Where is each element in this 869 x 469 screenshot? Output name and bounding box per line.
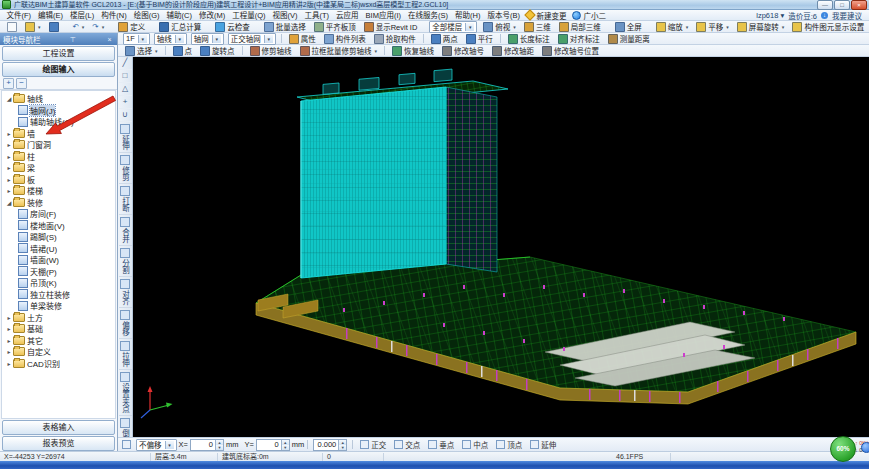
- view-5-button[interactable]: 平移▾: [692, 21, 733, 33]
- expanded-icon[interactable]: ◢: [5, 95, 13, 102]
- side-tool-合并[interactable]: 合并: [119, 215, 132, 246]
- side-tool-延伸[interactable]: 延伸: [119, 122, 132, 153]
- menu-item[interactable]: 修改(M): [195, 10, 228, 21]
- tree-item[interactable]: 墙裙(U): [2, 243, 115, 255]
- speed-ball-widget[interactable]: 60% ↑ 0K/s ↓ 0.1K/s: [830, 434, 869, 464]
- tree-folder[interactable]: ▸墙: [2, 128, 115, 140]
- tool-2-button[interactable]: 云检查: [211, 21, 254, 33]
- axis-6-button[interactable]: 修改轴号: [438, 45, 488, 57]
- ctx-3-button[interactable]: 两点: [427, 33, 462, 45]
- undo-button[interactable]: ↶▾: [69, 21, 89, 33]
- open-button[interactable]: ▾: [21, 21, 45, 33]
- side-tool-修剪[interactable]: 修剪: [119, 153, 132, 184]
- grid-snap-icon[interactable]: [122, 440, 131, 449]
- tab-project-settings[interactable]: 工程设置: [2, 46, 115, 61]
- drawing-canvas[interactable]: [133, 57, 869, 437]
- view-6-button[interactable]: 屏幕旋转▾: [733, 21, 789, 33]
- axis-8-button[interactable]: 修改轴号位置: [538, 45, 603, 57]
- menu-item[interactable]: BIM应用(I): [362, 10, 404, 21]
- axis-3-button[interactable]: 修剪轴线: [246, 45, 296, 57]
- speed-ball[interactable]: 60%: [830, 436, 856, 462]
- collapsed-icon[interactable]: ▸: [5, 141, 13, 148]
- tree-item[interactable]: 天棚(P): [2, 266, 115, 278]
- menu-item[interactable]: 楼层(L): [67, 10, 98, 21]
- view-3-button[interactable]: 全屏: [611, 21, 646, 33]
- draw-arc-icon[interactable]: ∪: [119, 109, 132, 122]
- suggest-button[interactable]: 我要建议: [832, 10, 862, 21]
- angle-input[interactable]: 0.000 ▲▼: [313, 439, 347, 451]
- tool-1-button[interactable]: 汇总计算: [155, 21, 205, 33]
- offset-combo[interactable]: 不偏移 ▾: [136, 439, 177, 451]
- side-tool-倒角[interactable]: 倒角: [119, 416, 132, 437]
- menu-item[interactable]: 云应用: [333, 10, 363, 21]
- snap-toggle[interactable]: 中点: [458, 439, 492, 450]
- tab-table-input[interactable]: 表格输入: [2, 420, 115, 435]
- side-tool-对齐[interactable]: 对齐: [119, 277, 132, 308]
- menu-item[interactable]: 编辑(E): [35, 10, 67, 21]
- collapsed-icon[interactable]: ▸: [5, 164, 13, 171]
- current-floor-combo[interactable]: 1F▾: [123, 33, 150, 45]
- side-tool-分割[interactable]: 分割: [119, 246, 132, 277]
- tree-folder[interactable]: ◢装修: [2, 197, 115, 209]
- tree-folder[interactable]: ▸楼梯: [2, 185, 115, 197]
- tool-0-button[interactable]: 定义: [114, 21, 149, 33]
- tool-4-button[interactable]: 平齐板顶: [310, 21, 360, 33]
- collapsed-icon[interactable]: ▸: [5, 187, 13, 194]
- view-2-button[interactable]: 局部三维: [555, 21, 605, 33]
- assistant-button[interactable]: 广小二: [569, 10, 609, 21]
- menu-item[interactable]: 构件(N): [98, 10, 130, 21]
- ctx-4-button[interactable]: 平行: [462, 33, 497, 45]
- y-input[interactable]: 0 ▲▼: [256, 439, 290, 451]
- y-spinner[interactable]: ▲▼: [281, 440, 289, 450]
- ctx-1-button[interactable]: 构件列表: [320, 33, 370, 45]
- collapsed-icon[interactable]: ▸: [5, 153, 13, 160]
- ctx-2-button[interactable]: 拾取构件: [370, 33, 420, 45]
- side-tool-拉伸[interactable]: 拉伸: [119, 339, 132, 370]
- snap-toggle[interactable]: 顶点: [492, 439, 526, 450]
- view-1-button[interactable]: 三维: [520, 21, 555, 33]
- taskbar[interactable]: [0, 461, 869, 469]
- tree-folder[interactable]: ▸其它: [2, 335, 115, 347]
- element-type-combo[interactable]: 轴线▾: [154, 33, 187, 45]
- menu-item[interactable]: 辅助(C): [163, 10, 195, 21]
- user-menu[interactable]: lzp618 ▾: [756, 11, 784, 20]
- draw-line-icon[interactable]: ╱: [119, 57, 132, 70]
- tool-3-button[interactable]: 批量选择: [260, 21, 310, 33]
- close-button[interactable]: ×: [851, 0, 867, 10]
- panel-close-icon[interactable]: ×: [105, 35, 114, 44]
- menu-item[interactable]: 帮助(H): [452, 10, 484, 21]
- axis-5-button[interactable]: 恢复轴线: [388, 45, 438, 57]
- expand-all-button[interactable]: +: [3, 78, 14, 89]
- menu-item[interactable]: 文件(F): [3, 10, 35, 21]
- subtype-combo[interactable]: 正交轴网▾: [228, 33, 276, 45]
- collapsed-icon[interactable]: ▸: [5, 337, 13, 344]
- tab-draw-input[interactable]: 绘图输入: [2, 62, 115, 77]
- tree-folder[interactable]: ▸自定义: [2, 346, 115, 358]
- tree-folder[interactable]: ▸梁: [2, 162, 115, 174]
- menu-item[interactable]: 在线服务(S): [405, 10, 452, 21]
- axis-2-button[interactable]: 旋转点: [196, 45, 239, 57]
- side-tool-打断[interactable]: 打断: [119, 184, 132, 215]
- collapsed-icon[interactable]: ▸: [5, 314, 13, 321]
- menu-item[interactable]: 视图(V): [269, 10, 301, 21]
- snap-toggle[interactable]: 垂点: [424, 439, 458, 450]
- ctx-5-button[interactable]: 长度标注: [504, 33, 554, 45]
- tree-folder[interactable]: ▸板: [2, 174, 115, 186]
- menu-item[interactable]: 绘图(G): [130, 10, 163, 21]
- side-tool-设置夹点[interactable]: 设置夹点: [119, 370, 132, 416]
- tree-folder[interactable]: ▸土方: [2, 312, 115, 324]
- element-combo[interactable]: 轴网▾: [191, 33, 224, 45]
- ctx-6-button[interactable]: 对齐标注: [554, 33, 604, 45]
- minimize-button[interactable]: —: [817, 0, 833, 10]
- tree-item[interactable]: 踢脚(S): [2, 231, 115, 243]
- ctx-7-button[interactable]: 测量距离: [604, 33, 654, 45]
- collapsed-icon[interactable]: ▸: [5, 176, 13, 183]
- axis-7-button[interactable]: 修改轴距: [488, 45, 538, 57]
- menu-item[interactable]: 版本号(B): [484, 10, 524, 21]
- view-0-button[interactable]: 俯视▾: [479, 21, 520, 33]
- collapse-all-button[interactable]: −: [16, 78, 27, 89]
- tool-5-button[interactable]: 显示Revit ID: [360, 21, 422, 33]
- angle-spinner[interactable]: ▲▼: [338, 440, 346, 450]
- pin-icon[interactable]: ⊤: [68, 35, 77, 44]
- axis-0-button[interactable]: 选择▾: [121, 45, 162, 57]
